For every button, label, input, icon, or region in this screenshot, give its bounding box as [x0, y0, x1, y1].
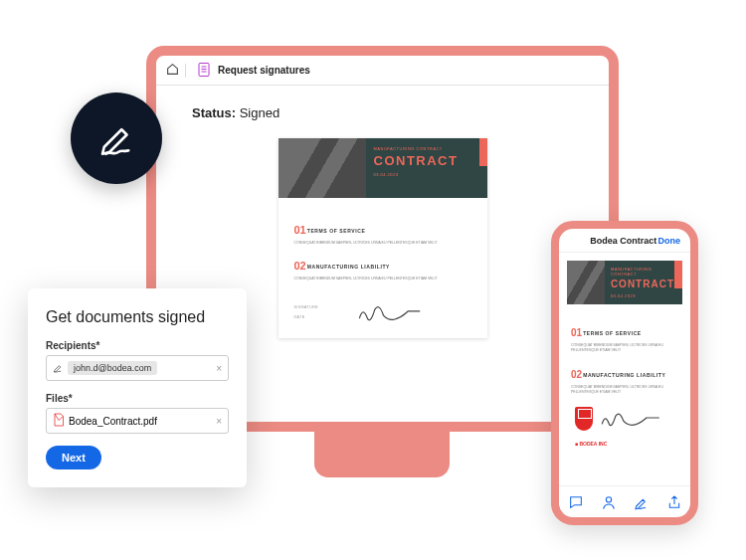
popup-title: Get documents signed [46, 308, 229, 326]
phone-doc-title: CONTRACT [611, 279, 674, 289]
next-button[interactable]: Next [46, 446, 101, 469]
phone-section-title: MANUFACTURING LIABILITY [583, 372, 665, 378]
sign-here-stamp[interactable] [575, 407, 593, 431]
status-line: Status: Signed [192, 105, 585, 120]
sig-label-date: DATE [294, 313, 319, 323]
signature-scribble [328, 302, 470, 324]
section-text: CONSEQUAT BIBENDUM SAEPIEN, ULTRICES URN… [294, 277, 471, 281]
phone-section-title: TERMS OF SERVICE [583, 330, 642, 336]
brand-tag: ■ BODEA INC [575, 441, 680, 447]
recipient-chip[interactable]: john.d@bodea.com [68, 361, 157, 375]
sign-badge [71, 93, 162, 184]
share-icon[interactable] [666, 494, 682, 510]
clear-recipient-icon[interactable]: × [216, 363, 222, 374]
document-hero-photo [279, 138, 366, 198]
section-title: MANUFACTURING LIABILITY [307, 264, 390, 270]
phone-section-number: 01 [571, 327, 582, 338]
phone-doc-photo [567, 261, 605, 304]
get-documents-signed-popup: Get documents signed Recipients* john.d@… [28, 288, 247, 487]
home-icon[interactable] [166, 63, 179, 78]
topbar: Request signatures [156, 56, 609, 86]
phone-title: Bodea Contract [590, 236, 656, 246]
monitor-stand [314, 428, 450, 477]
section-text: CONSEQUAT BIBENDUM SAEPIEN, ULTRICES URN… [294, 241, 471, 246]
breadcrumb-label: Request signatures [218, 65, 310, 76]
files-label: Files* [46, 393, 229, 404]
phone-header: Bodea Contract Done [559, 229, 690, 253]
topbar-divider [185, 64, 186, 78]
doc-title: CONTRACT [374, 153, 477, 168]
status-value: Signed [240, 105, 280, 120]
comment-icon[interactable] [568, 494, 584, 510]
profile-icon[interactable] [601, 494, 617, 510]
section-title: TERMS OF SERVICE [307, 228, 366, 234]
phone-signature-scribble [599, 410, 678, 429]
phone-bottom-toolbar [559, 485, 690, 517]
sign-mini-icon [53, 362, 68, 375]
status-label: Status: [192, 105, 236, 120]
phone-section-text: CONSEQUAT BIBENDUM SAEPIEN, ULTRICES URN… [571, 343, 680, 354]
file-name: Bodea_Contract.pdf [69, 416, 157, 427]
section-number: 02 [294, 260, 306, 272]
doc-icon [192, 63, 218, 79]
phone-section-text: CONSEQUAT BIBENDUM SAEPIEN, ULTRICES URN… [571, 385, 680, 396]
sign-icon [95, 117, 137, 159]
signature-labels: SIGNATURE DATE [294, 303, 319, 323]
doc-subheading: MANUFACTURING CONTRACT [374, 146, 477, 151]
recipients-label: Recipients* [46, 340, 229, 351]
clear-file-icon[interactable]: × [216, 416, 222, 427]
doc-date: 03.04.2023 [374, 172, 477, 177]
sign-icon[interactable] [634, 494, 650, 510]
sig-label-signature: SIGNATURE [294, 303, 319, 313]
mobile-phone: Bodea Contract Done MANUFACTURING CONTRA… [551, 221, 698, 525]
phone-doc-date: 03.04.2023 [611, 293, 674, 298]
phone-doc-subheading: MANUFACTURING CONTRACT [611, 267, 674, 277]
files-input[interactable]: Bodea_Contract.pdf × [46, 408, 229, 434]
contract-document: MANUFACTURING CONTRACT CONTRACT 03.04.20… [279, 138, 487, 338]
svg-point-1 [606, 496, 611, 501]
pdf-icon [53, 413, 69, 429]
recipients-input[interactable]: john.d@bodea.com × [46, 355, 229, 381]
done-button[interactable]: Done [657, 236, 680, 246]
section-number: 01 [294, 224, 306, 236]
phone-section-number: 02 [571, 369, 582, 380]
